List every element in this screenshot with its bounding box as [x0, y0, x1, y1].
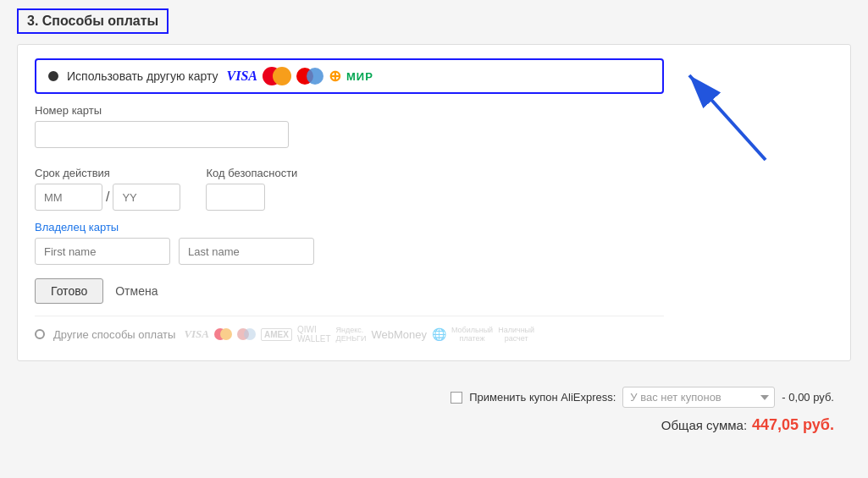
mir-logo: МИР [346, 70, 373, 83]
yandex-other-logo: Яндекс.ДЕНЬГИ [336, 326, 367, 343]
expiry-label: Срок действия [35, 167, 180, 179]
mc-other-logo [214, 328, 232, 340]
payment-card: Использовать другую карту VISA ⊕ МИР [17, 44, 851, 361]
radio-other-icon [35, 329, 45, 339]
diners-logo: ⊕ [329, 67, 341, 85]
use-other-card-option[interactable]: Использовать другую карту VISA ⊕ МИР [35, 58, 664, 94]
total-amount: 447,05 руб. [752, 416, 834, 434]
radio-selected-icon [48, 71, 58, 81]
qiwi-other-logo: QIWIWALLET [297, 325, 331, 343]
visa-logo: VISA [227, 69, 257, 84]
mobile-payment-logo: Мобильныйплатеж [451, 326, 493, 343]
coupon-discount: - 0,00 руб. [782, 391, 834, 404]
card-number-input[interactable] [35, 121, 289, 148]
cvv-input[interactable] [206, 184, 265, 211]
total-label: Общая сумма: [661, 418, 747, 432]
maestro-logo [296, 68, 323, 85]
expiry-mm-input[interactable] [35, 184, 102, 211]
cash-payment-logo: Наличныйрасчет [498, 326, 534, 343]
maestro-other-logo [237, 328, 256, 340]
use-other-card-label: Использовать другую карту [67, 69, 218, 83]
card-owner-label: Владелец карты [35, 221, 664, 234]
arrow-area [664, 58, 833, 343]
last-name-input[interactable] [179, 238, 314, 265]
globe-icon: 🌐 [432, 327, 446, 341]
svg-line-1 [689, 75, 766, 160]
cancel-button[interactable]: Отмена [115, 284, 158, 298]
amex-other-logo: AMEX [261, 328, 292, 341]
security-code-label: Код безопасности [206, 167, 297, 179]
visa-other-logo: VISA [184, 327, 209, 341]
webmoney-other-logo: WebMoney [371, 328, 427, 341]
card-logos: VISA ⊕ МИР [227, 67, 373, 85]
other-logos: VISA AMEX QIWIWALLET Яндекс.ДЕНЬГИ WebMo [184, 325, 534, 343]
other-methods-label[interactable]: Другие способы оплаты [53, 328, 175, 341]
first-name-input[interactable] [35, 238, 170, 265]
done-button[interactable]: Готово [35, 278, 103, 304]
coupon-checkbox[interactable] [451, 392, 462, 404]
section-title: 3. Способы оплаты [17, 8, 169, 34]
expiry-yy-input[interactable] [113, 184, 180, 211]
coupon-select[interactable]: У вас нет купонов [622, 387, 775, 408]
card-number-field-label: Номер карты [35, 104, 664, 117]
mastercard-logo [263, 67, 291, 85]
coupon-label: Применить купон AliExpress: [469, 391, 616, 404]
expiry-separator: / [106, 190, 109, 205]
